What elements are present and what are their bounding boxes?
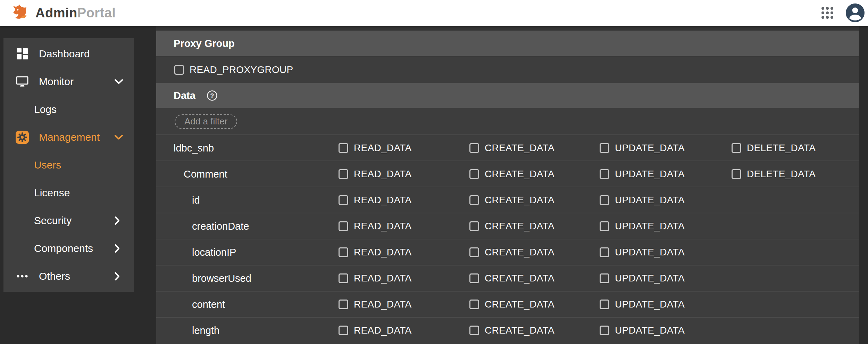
- checkbox-create_data-creationdate[interactable]: [469, 221, 479, 231]
- row-label: Comment: [184, 168, 227, 180]
- permission-checkbox-group: READ_DATA: [339, 169, 412, 180]
- brand-name: AdminPortal: [35, 6, 116, 21]
- permission-checkbox-group: CREATE_DATA: [469, 195, 554, 206]
- checkbox-create_data-content[interactable]: [469, 300, 479, 309]
- table-row: Comment READ_DATA CREATE_DATA UPDATE_DAT…: [156, 161, 859, 187]
- checkbox-create_data-comment[interactable]: [469, 169, 479, 179]
- permission-checkbox-group: UPDATE_DATA: [600, 142, 685, 154]
- permission-checkbox-group: CREATE_DATA: [469, 142, 554, 154]
- ellipsis-icon: [15, 275, 29, 278]
- scrolled-row-strip: [156, 26, 859, 31]
- sidebar-item-label: Monitor: [39, 76, 74, 88]
- sidebar-item-dashboard[interactable]: Dashboard: [3, 40, 134, 68]
- checkbox-read_data-browserused[interactable]: [339, 273, 348, 283]
- permission-checkbox-group: DELETE_DATA: [732, 169, 816, 180]
- checkbox-label: CREATE_DATA: [485, 325, 554, 336]
- checkbox-label: UPDATE_DATA: [615, 299, 685, 310]
- checkbox-delete_data-ldbc_snb[interactable]: [732, 143, 741, 153]
- sidebar-item-label: Others: [39, 270, 70, 282]
- permission-checkbox-group: READ_DATA: [339, 325, 412, 336]
- monitor-icon: [15, 76, 29, 87]
- permission-checkbox-group: READ_DATA: [339, 195, 412, 206]
- permission-checkbox-group: READ_DATA: [339, 247, 412, 258]
- section-title: Data: [174, 90, 195, 101]
- filter-row: Add a filter: [156, 108, 859, 134]
- checkbox-delete_data-comment[interactable]: [732, 169, 741, 179]
- sidebar-item-components[interactable]: Components: [3, 235, 134, 262]
- checkbox-read_data-locationip[interactable]: [339, 247, 348, 257]
- row-label: creationDate: [192, 220, 249, 232]
- checkbox-read_data-length[interactable]: [339, 326, 348, 335]
- checkbox-read_data-creationdate[interactable]: [339, 221, 348, 231]
- row-label: length: [192, 325, 219, 336]
- permission-checkbox-group: CREATE_DATA: [469, 247, 554, 258]
- permission-checkbox-group: CREATE_DATA: [469, 325, 554, 336]
- checkbox-label: READ_DATA: [354, 169, 412, 180]
- chevron-right-icon: [114, 271, 120, 281]
- help-icon[interactable]: ?: [207, 90, 218, 101]
- checkbox-read_data-id[interactable]: [339, 195, 348, 205]
- checkbox-update_data-creationdate[interactable]: [600, 221, 609, 231]
- table-row: browserUsed READ_DATA CREATE_DATA UPDATE…: [156, 265, 859, 291]
- checkbox-read-proxygroup[interactable]: [174, 65, 184, 75]
- sidebar-item-logs[interactable]: Logs: [3, 96, 134, 123]
- checkbox-label: READ_DATA: [354, 273, 412, 284]
- row-label: ldbc_snb: [174, 142, 214, 154]
- checkbox-update_data-content[interactable]: [600, 300, 609, 309]
- brand-logo[interactable]: AdminPortal: [10, 2, 116, 23]
- permission-checkbox-group: UPDATE_DATA: [600, 299, 685, 310]
- permission-checkbox-group: UPDATE_DATA: [600, 273, 685, 284]
- table-row: content READ_DATA CREATE_DATA UPDATE_DAT…: [156, 291, 859, 317]
- table-row: id READ_DATA CREATE_DATA UPDATE_DATA: [156, 187, 859, 213]
- checkbox-update_data-browserused[interactable]: [600, 273, 609, 283]
- checkbox-create_data-locationip[interactable]: [469, 247, 479, 257]
- checkbox-create_data-browserused[interactable]: [469, 273, 479, 283]
- svg-text:?: ?: [210, 92, 214, 99]
- apps-grid-icon[interactable]: [819, 5, 835, 21]
- permission-checkbox-group: READ_DATA: [339, 221, 412, 232]
- checkbox-label: READ_DATA: [354, 299, 412, 310]
- checkbox-update_data-comment[interactable]: [600, 169, 609, 179]
- sidebar-item-others[interactable]: Others: [3, 262, 134, 290]
- sidebar-item-users[interactable]: Users: [3, 151, 134, 179]
- table-row: length READ_DATA CREATE_DATA UPDATE_DATA: [156, 317, 859, 343]
- user-avatar-icon[interactable]: [846, 3, 865, 22]
- section-header-proxy-group: Proxy Group: [156, 31, 859, 57]
- checkbox-label: CREATE_DATA: [485, 221, 554, 232]
- table-row: creationDate READ_DATA CREATE_DATA UPDAT…: [156, 213, 859, 239]
- permission-checkbox-group: CREATE_DATA: [469, 299, 554, 310]
- checkbox-read_data-content[interactable]: [339, 300, 348, 309]
- checkbox-create_data-ldbc_snb[interactable]: [469, 143, 479, 153]
- sidebar-item-license[interactable]: License: [3, 179, 134, 207]
- checkbox-label: DELETE_DATA: [747, 142, 816, 154]
- checkbox-update_data-length[interactable]: [600, 326, 609, 335]
- section-header-data: Data ?: [156, 83, 859, 108]
- checkbox-label: CREATE_DATA: [485, 273, 554, 284]
- table-row: locationIP READ_DATA CREATE_DATA UPDATE_…: [156, 239, 859, 265]
- checkbox-label: CREATE_DATA: [485, 247, 554, 258]
- section-title: Proxy Group: [174, 38, 235, 49]
- sidebar-item-management[interactable]: Management: [3, 123, 134, 151]
- checkbox-label: UPDATE_DATA: [615, 195, 685, 206]
- chevron-down-icon: [114, 134, 124, 140]
- checkbox-label: UPDATE_DATA: [615, 169, 685, 180]
- checkbox-read_data-comment[interactable]: [339, 169, 348, 179]
- sidebar-item-label: Security: [34, 215, 72, 227]
- checkbox-label: UPDATE_DATA: [615, 247, 685, 258]
- checkbox-label: READ_PROXYGROUP: [190, 64, 293, 75]
- checkbox-update_data-ldbc_snb[interactable]: [600, 143, 609, 153]
- checkbox-create_data-length[interactable]: [469, 326, 479, 335]
- row-label: id: [192, 194, 200, 206]
- checkbox-create_data-id[interactable]: [469, 195, 479, 205]
- checkbox-update_data-locationip[interactable]: [600, 247, 609, 257]
- add-filter-button[interactable]: Add a filter: [175, 114, 237, 129]
- checkbox-update_data-id[interactable]: [600, 195, 609, 205]
- row-label: browserUsed: [192, 272, 251, 284]
- top-header: AdminPortal: [0, 0, 868, 26]
- sidebar-item-monitor[interactable]: Monitor: [3, 68, 134, 96]
- sidebar-item-label: Dashboard: [39, 48, 90, 60]
- checkbox-read_data-ldbc_snb[interactable]: [339, 143, 348, 153]
- sidebar-item-security[interactable]: Security: [3, 207, 134, 235]
- permission-checkbox-group: DELETE_DATA: [732, 142, 816, 154]
- checkbox-label: CREATE_DATA: [485, 195, 554, 206]
